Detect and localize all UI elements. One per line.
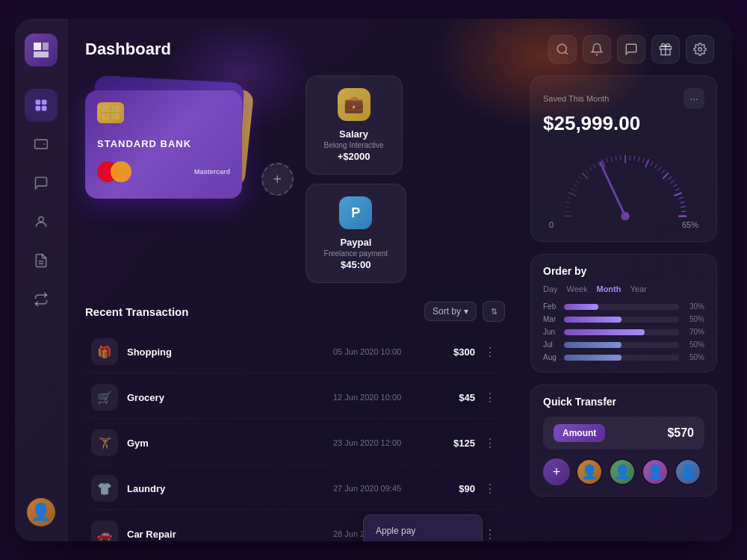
order-tabs: Day Week Month Year: [543, 284, 704, 293]
tx-amount-laundry: $90: [430, 483, 475, 494]
svg-point-5: [38, 217, 43, 222]
list-item: Jul 50%: [543, 340, 704, 349]
svg-line-17: [565, 207, 570, 208]
grocery-icon: 🛒: [91, 384, 118, 411]
tx-more-shopping[interactable]: ⋮: [481, 343, 499, 361]
avatars-row: + 👤 👤 👤 👤: [543, 458, 704, 485]
sidebar-item-wallet[interactable]: [25, 128, 58, 161]
content-area: STANDARD BANK Mastercard +: [67, 75, 732, 541]
tx-name-gym: Gym: [127, 438, 333, 449]
cards-section: STANDARD BANK Mastercard +: [85, 75, 505, 283]
tab-year[interactable]: Year: [630, 284, 646, 293]
transaction-list: 🎁 Shopping 05 Jun 2020 10:00 $300 ⋮ 🛒 Gr…: [85, 331, 505, 541]
bar-fill-jul: [564, 342, 622, 348]
paypal-amount: $45:00: [324, 259, 388, 270]
gift-button[interactable]: [651, 35, 680, 63]
transfer-title: Quick Transfer: [543, 396, 704, 408]
tx-more-car-repair[interactable]: ⋮: [481, 525, 499, 541]
svg-line-31: [607, 158, 608, 162]
paypal-card[interactable]: P Paypal Freelance payment $45:00: [306, 184, 407, 283]
sort-order-button[interactable]: ⇅: [483, 301, 505, 322]
svg-line-43: [658, 167, 660, 171]
svg-line-44: [662, 170, 665, 173]
cards-stack: STANDARD BANK Mastercard: [85, 75, 249, 225]
svg-line-48: [673, 184, 677, 187]
messages-button[interactable]: [617, 35, 645, 63]
tx-amount-gym: $125: [430, 438, 475, 449]
svg-point-10: [698, 48, 702, 52]
svg-line-24: [579, 177, 582, 180]
tx-more-grocery[interactable]: ⋮: [481, 388, 499, 406]
savings-label: Saved This Month: [543, 94, 609, 103]
svg-line-52: [680, 202, 684, 202]
notifications-button[interactable]: [583, 35, 611, 63]
context-apple-pay[interactable]: Apple pay: [364, 520, 482, 541]
credit-card[interactable]: STANDARD BANK Mastercard: [85, 90, 242, 199]
sidebar-item-dashboard[interactable]: [25, 89, 58, 122]
app-container: 👤 Dashboard: [15, 19, 732, 541]
svg-line-22: [574, 184, 577, 187]
svg-line-25: [583, 173, 588, 178]
svg-line-46: [668, 177, 671, 180]
add-person-button[interactable]: +: [543, 458, 570, 485]
svg-line-49: [675, 189, 679, 191]
bar-fill-jun: [564, 329, 645, 335]
svg-line-32: [611, 157, 612, 161]
tx-more-gym[interactable]: ⋮: [481, 434, 499, 452]
svg-line-23: [576, 181, 580, 183]
svg-line-19: [568, 197, 571, 199]
left-panel: STANDARD BANK Mastercard +: [67, 75, 523, 541]
tab-week[interactable]: Week: [567, 284, 588, 293]
sidebar-item-exchange[interactable]: [25, 283, 58, 316]
list-item: Feb 30%: [543, 302, 704, 311]
svg-line-45: [663, 173, 669, 178]
amount-value: $570: [667, 426, 694, 440]
salary-card[interactable]: 💼 Salary Belong Interactive +$2000: [306, 75, 403, 175]
user-avatar[interactable]: 👤: [27, 498, 55, 526]
tx-more-laundry[interactable]: ⋮: [481, 479, 499, 497]
list-item: Jun 70%: [543, 328, 704, 336]
sidebar-nav: [25, 89, 58, 491]
avatar-2[interactable]: 👤: [609, 458, 636, 485]
sidebar-item-messages[interactable]: [25, 167, 58, 199]
savings-card: Saved This Month ··· $25,999.00: [530, 75, 717, 242]
svg-line-53: [681, 207, 686, 208]
settings-button[interactable]: [686, 35, 714, 63]
tab-day[interactable]: Day: [543, 284, 558, 293]
tx-date-grocery: 12 Jun 2020 10:00: [333, 393, 430, 402]
avatar-1[interactable]: 👤: [576, 458, 603, 485]
order-title: Order by: [543, 265, 704, 277]
savings-more-button[interactable]: ···: [684, 88, 704, 109]
right-panel: Saved This Month ··· $25,999.00: [523, 75, 732, 541]
svg-line-39: [642, 158, 644, 162]
sidebar-item-profile[interactable]: [25, 205, 58, 238]
svg-line-20: [569, 193, 576, 196]
sort-controls: Sort by ▾ ⇅: [424, 301, 505, 322]
avatar-3[interactable]: 👤: [642, 458, 669, 485]
salary-sub: Belong Interactive: [324, 141, 384, 149]
search-button[interactable]: [548, 35, 577, 63]
add-card-button[interactable]: +: [261, 163, 294, 196]
list-item: Aug 50%: [543, 353, 704, 361]
paypal-name: Paypal: [324, 237, 388, 248]
svg-line-47: [671, 181, 675, 183]
svg-rect-2: [35, 106, 40, 111]
bar-fill-mar: [564, 317, 622, 323]
svg-line-33: [616, 156, 616, 161]
svg-point-8: [557, 44, 566, 53]
context-menu: Apple pay Transfer to account Report for…: [363, 514, 483, 541]
svg-rect-0: [35, 100, 40, 105]
sort-dropdown[interactable]: Sort by ▾: [424, 302, 477, 321]
bar-fill-feb: [564, 304, 598, 310]
table-row: 🚗 Car Repair 28 Jun 2020 10:20 ⋮ Apple p…: [85, 513, 505, 541]
salary-icon: 💼: [338, 88, 371, 121]
tab-month[interactable]: Month: [596, 284, 621, 293]
bar-track-feb: [564, 304, 679, 310]
svg-line-28: [594, 164, 596, 168]
svg-line-18: [566, 202, 571, 202]
savings-amount: $25,999.00: [543, 112, 704, 135]
car-repair-icon: 🚗: [91, 520, 118, 541]
sidebar-item-reports[interactable]: [25, 244, 58, 277]
avatar-4[interactable]: 👤: [675, 458, 701, 485]
app-logo[interactable]: [25, 34, 58, 66]
